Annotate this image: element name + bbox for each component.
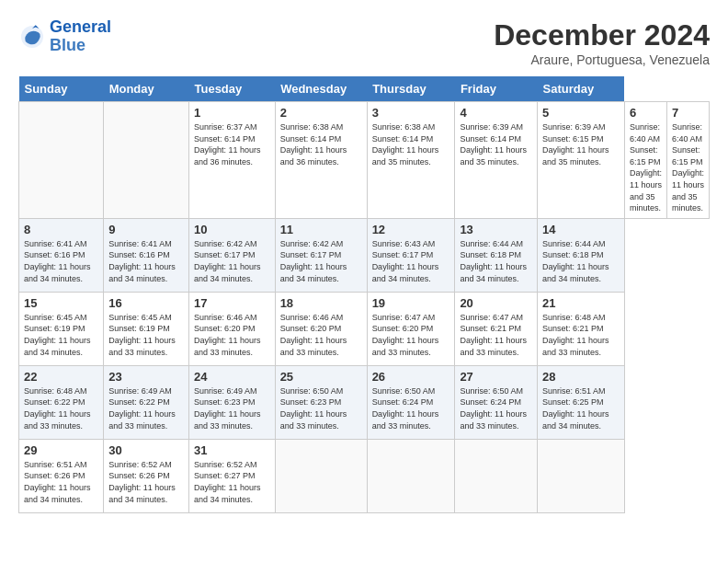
calendar-week-row: 29Sunrise: 6:51 AMSunset: 6:26 PMDayligh… xyxy=(19,439,710,512)
calendar-day-cell: 21Sunrise: 6:48 AMSunset: 6:21 PMDayligh… xyxy=(538,292,625,365)
day-number: 12 xyxy=(372,223,450,236)
calendar-day-cell: 4Sunrise: 6:39 AMSunset: 6:14 PMDaylight… xyxy=(455,102,538,219)
day-info: Sunrise: 6:51 AMSunset: 6:26 PMDaylight:… xyxy=(24,459,98,505)
calendar-week-row: 22Sunrise: 6:48 AMSunset: 6:22 PMDayligh… xyxy=(19,365,710,439)
calendar-day-cell xyxy=(104,102,189,219)
day-info: Sunrise: 6:39 AMSunset: 6:14 PMDaylight:… xyxy=(460,121,532,167)
calendar-day-cell: 8Sunrise: 6:41 AMSunset: 6:16 PMDaylight… xyxy=(19,218,104,292)
calendar-day-cell: 20Sunrise: 6:47 AMSunset: 6:21 PMDayligh… xyxy=(455,292,538,365)
calendar-week-row: 1Sunrise: 6:37 AMSunset: 6:14 PMDaylight… xyxy=(19,102,710,219)
day-number: 1 xyxy=(194,106,270,120)
day-number: 25 xyxy=(280,370,362,384)
location: Araure, Portuguesa, Venezuela xyxy=(494,52,710,67)
calendar-day-cell: 31Sunrise: 6:52 AMSunset: 6:27 PMDayligh… xyxy=(188,439,275,512)
calendar-day-cell: 12Sunrise: 6:43 AMSunset: 6:17 PMDayligh… xyxy=(367,218,455,292)
logo-icon xyxy=(18,23,46,51)
day-number: 8 xyxy=(24,223,98,236)
day-number: 24 xyxy=(194,370,270,384)
calendar-day-cell: 26Sunrise: 6:50 AMSunset: 6:24 PMDayligh… xyxy=(367,365,455,439)
calendar-day-cell xyxy=(455,439,538,512)
day-number: 31 xyxy=(194,443,270,457)
day-info: Sunrise: 6:51 AMSunset: 6:25 PMDaylight:… xyxy=(542,385,620,431)
day-info: Sunrise: 6:40 AMSunset: 6:15 PMDaylight:… xyxy=(672,121,704,214)
day-number: 3 xyxy=(372,106,450,120)
calendar-day-cell: 16Sunrise: 6:45 AMSunset: 6:19 PMDayligh… xyxy=(104,292,189,365)
day-info: Sunrise: 6:48 AMSunset: 6:22 PMDaylight:… xyxy=(24,385,98,431)
day-info: Sunrise: 6:41 AMSunset: 6:16 PMDaylight:… xyxy=(24,238,98,284)
day-number: 10 xyxy=(194,223,270,236)
day-info: Sunrise: 6:52 AMSunset: 6:27 PMDaylight:… xyxy=(194,459,270,505)
day-number: 17 xyxy=(194,296,270,310)
day-info: Sunrise: 6:50 AMSunset: 6:24 PMDaylight:… xyxy=(460,385,532,431)
calendar-day-cell: 7Sunrise: 6:40 AMSunset: 6:15 PMDaylight… xyxy=(666,102,709,219)
day-info: Sunrise: 6:39 AMSunset: 6:15 PMDaylight:… xyxy=(542,121,620,167)
day-number: 16 xyxy=(108,296,184,310)
calendar-day-cell: 30Sunrise: 6:52 AMSunset: 6:26 PMDayligh… xyxy=(104,439,189,512)
logo-line1: General xyxy=(50,17,111,36)
day-info: Sunrise: 6:42 AMSunset: 6:17 PMDaylight:… xyxy=(280,238,362,284)
weekday-header-monday: Monday xyxy=(104,76,189,102)
day-number: 7 xyxy=(672,106,704,120)
calendar-day-cell: 25Sunrise: 6:50 AMSunset: 6:23 PMDayligh… xyxy=(275,365,367,439)
day-info: Sunrise: 6:38 AMSunset: 6:14 PMDaylight:… xyxy=(372,121,450,167)
calendar-day-cell: 6Sunrise: 6:40 AMSunset: 6:15 PMDaylight… xyxy=(624,102,666,219)
day-info: Sunrise: 6:45 AMSunset: 6:19 PMDaylight:… xyxy=(108,312,184,358)
calendar-day-cell: 15Sunrise: 6:45 AMSunset: 6:19 PMDayligh… xyxy=(19,292,104,365)
day-info: Sunrise: 6:47 AMSunset: 6:21 PMDaylight:… xyxy=(460,312,532,358)
calendar-day-cell xyxy=(19,102,104,219)
day-number: 4 xyxy=(460,106,532,120)
logo-line2: Blue xyxy=(50,36,85,54)
day-info: Sunrise: 6:46 AMSunset: 6:20 PMDaylight:… xyxy=(280,312,362,358)
day-info: Sunrise: 6:44 AMSunset: 6:18 PMDaylight:… xyxy=(460,238,532,284)
calendar-week-row: 8Sunrise: 6:41 AMSunset: 6:16 PMDaylight… xyxy=(19,218,710,292)
day-number: 28 xyxy=(542,370,620,384)
calendar-day-cell: 29Sunrise: 6:51 AMSunset: 6:26 PMDayligh… xyxy=(19,439,104,512)
calendar-day-cell: 2Sunrise: 6:38 AMSunset: 6:14 PMDaylight… xyxy=(275,102,367,219)
day-number: 11 xyxy=(280,223,362,236)
day-number: 13 xyxy=(460,223,532,236)
calendar-day-cell: 23Sunrise: 6:49 AMSunset: 6:22 PMDayligh… xyxy=(104,365,189,439)
title-block: December 2024 Araure, Portuguesa, Venezu… xyxy=(494,18,710,67)
day-number: 18 xyxy=(280,296,362,310)
day-number: 21 xyxy=(542,296,620,310)
calendar-day-cell: 17Sunrise: 6:46 AMSunset: 6:20 PMDayligh… xyxy=(188,292,275,365)
calendar-day-cell: 24Sunrise: 6:49 AMSunset: 6:23 PMDayligh… xyxy=(188,365,275,439)
calendar-day-cell xyxy=(275,439,367,512)
logo-text: General Blue xyxy=(50,18,111,55)
day-info: Sunrise: 6:49 AMSunset: 6:23 PMDaylight:… xyxy=(194,385,270,431)
day-number: 9 xyxy=(108,223,184,236)
day-info: Sunrise: 6:42 AMSunset: 6:17 PMDaylight:… xyxy=(194,238,270,284)
day-info: Sunrise: 6:48 AMSunset: 6:21 PMDaylight:… xyxy=(542,312,620,358)
calendar-table: SundayMondayTuesdayWednesdayThursdayFrid… xyxy=(18,76,710,513)
calendar-day-cell: 9Sunrise: 6:41 AMSunset: 6:16 PMDaylight… xyxy=(104,218,189,292)
logo: General Blue xyxy=(18,18,111,55)
calendar-day-cell: 3Sunrise: 6:38 AMSunset: 6:14 PMDaylight… xyxy=(367,102,455,219)
month-title: December 2024 xyxy=(494,18,710,52)
day-info: Sunrise: 6:43 AMSunset: 6:17 PMDaylight:… xyxy=(372,238,450,284)
day-number: 27 xyxy=(460,370,532,384)
calendar-day-cell: 11Sunrise: 6:42 AMSunset: 6:17 PMDayligh… xyxy=(275,218,367,292)
day-number: 29 xyxy=(24,443,98,457)
calendar-day-cell: 5Sunrise: 6:39 AMSunset: 6:15 PMDaylight… xyxy=(538,102,625,219)
day-info: Sunrise: 6:50 AMSunset: 6:24 PMDaylight:… xyxy=(372,385,450,431)
day-info: Sunrise: 6:40 AMSunset: 6:15 PMDaylight:… xyxy=(630,121,662,214)
calendar-day-cell: 13Sunrise: 6:44 AMSunset: 6:18 PMDayligh… xyxy=(455,218,538,292)
day-info: Sunrise: 6:47 AMSunset: 6:20 PMDaylight:… xyxy=(372,312,450,358)
day-number: 23 xyxy=(108,370,184,384)
calendar-week-row: 15Sunrise: 6:45 AMSunset: 6:19 PMDayligh… xyxy=(19,292,710,365)
day-info: Sunrise: 6:41 AMSunset: 6:16 PMDaylight:… xyxy=(108,238,184,284)
day-info: Sunrise: 6:45 AMSunset: 6:19 PMDaylight:… xyxy=(24,312,98,358)
day-info: Sunrise: 6:52 AMSunset: 6:26 PMDaylight:… xyxy=(108,459,184,505)
day-number: 19 xyxy=(372,296,450,310)
day-number: 2 xyxy=(280,106,362,120)
calendar-day-cell xyxy=(538,439,625,512)
calendar-day-cell: 19Sunrise: 6:47 AMSunset: 6:20 PMDayligh… xyxy=(367,292,455,365)
page-header: General Blue December 2024 Araure, Portu… xyxy=(18,18,710,67)
day-number: 6 xyxy=(630,106,662,120)
day-number: 30 xyxy=(108,443,184,457)
calendar-day-cell xyxy=(367,439,455,512)
calendar-day-cell: 28Sunrise: 6:51 AMSunset: 6:25 PMDayligh… xyxy=(538,365,625,439)
calendar-day-cell: 1Sunrise: 6:37 AMSunset: 6:14 PMDaylight… xyxy=(188,102,275,219)
day-number: 15 xyxy=(24,296,98,310)
day-info: Sunrise: 6:50 AMSunset: 6:23 PMDaylight:… xyxy=(280,385,362,431)
